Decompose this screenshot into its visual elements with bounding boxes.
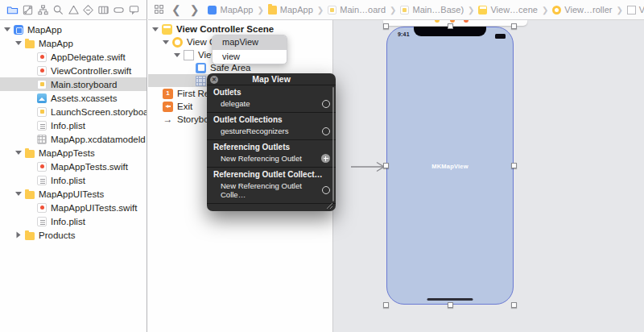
tree-item-file[interactable]: AppDelegate.swift (0, 50, 147, 64)
resize-handle-bottom-right[interactable] (511, 302, 517, 308)
connection-add-icon[interactable] (321, 154, 330, 163)
disclosure-triangle[interactable] (163, 40, 169, 44)
storyboard-file-icon (37, 107, 47, 117)
tree-item-project[interactable]: MapApp (0, 23, 147, 36)
resize-handle-bottom-middle[interactable] (448, 302, 453, 308)
tree-item-file[interactable]: Info.plist (0, 173, 147, 187)
back-button[interactable]: ❮ (171, 4, 181, 15)
disclosure-triangle[interactable] (15, 151, 22, 155)
outline-row-scene[interactable]: View Controller Scene (148, 23, 332, 35)
hud-section-outlets: Outlets delegate (207, 85, 336, 113)
hud-scrollbar[interactable] (332, 87, 334, 201)
tree-item-file[interactable]: LaunchScreen.storyboard (0, 105, 147, 118)
tree-item-file[interactable]: Info.plist (0, 214, 147, 228)
debug-navigator-icon[interactable] (97, 4, 109, 16)
status-bar-battery-icon (495, 34, 506, 39)
storyboard-file-icon (328, 6, 336, 15)
resize-handle-top-middle[interactable] (448, 23, 453, 29)
exit-dock-icon[interactable] (464, 20, 469, 23)
disclosure-triangle[interactable] (4, 27, 10, 31)
connection-circle-icon[interactable] (322, 100, 330, 108)
tree-item-file[interactable]: Assets.xcassets (0, 91, 147, 105)
breadcrumb-separator: ❯ (616, 6, 622, 15)
view-controller-dock-icon[interactable] (435, 20, 440, 23)
report-navigator-icon[interactable] (128, 4, 140, 16)
disclosure-triangle[interactable] (152, 27, 159, 31)
editor-jump-bar: ❮ ❯ MapApp ❯ MapApp ❯ Main…oard ❯ Main…B… (148, 0, 644, 20)
breadcrumb-view[interactable]: View (627, 5, 644, 15)
tree-item-file[interactable]: MapAppUITests.swift (0, 201, 147, 214)
hud-item-new-referencing-outlet-collection[interactable]: New Referencing Outlet Colle… (207, 181, 336, 201)
first-responder-dock-icon[interactable] (450, 20, 455, 23)
interface-builder-canvas[interactable]: 9:41 MKMapView (332, 20, 644, 332)
breadcrumb-storyboard-base[interactable]: Main…Base) (400, 5, 464, 15)
view-controller-icon (172, 37, 183, 48)
folder-icon (25, 40, 35, 48)
breadcrumb-view-controller[interactable]: View…roller (552, 5, 612, 15)
breakpoint-navigator-icon[interactable] (113, 4, 125, 16)
core-data-model-icon (37, 135, 47, 144)
folder-icon (25, 191, 35, 199)
disclosure-triangle[interactable] (15, 192, 22, 196)
resize-handle-bottom-left[interactable] (383, 302, 389, 308)
disclosure-triangle[interactable] (15, 41, 22, 45)
hud-section-header: Outlet Collections (207, 113, 336, 126)
connection-circle-icon[interactable] (322, 186, 330, 194)
tree-item-group[interactable]: MapAppUITests (0, 187, 147, 201)
resize-grip-icon[interactable] (326, 202, 333, 210)
storyboard-file-icon (400, 6, 409, 15)
breadcrumb-separator: ❯ (542, 6, 548, 15)
hud-item-delegate[interactable]: delegate (207, 98, 336, 110)
tree-item-group[interactable]: MapApp (0, 36, 147, 50)
tree-item-file-selected[interactable]: Main.storyboard (0, 77, 147, 91)
test-navigator-icon[interactable] (82, 4, 94, 16)
resize-handle-middle-left[interactable] (383, 163, 389, 168)
forward-button[interactable]: ❯ (190, 4, 200, 15)
resize-handle-top-right[interactable] (511, 23, 517, 29)
tree-item-file[interactable]: MapAppTests.swift (0, 160, 147, 173)
project-navigator-icon[interactable] (6, 4, 19, 16)
hud-item-gesture-recognizers[interactable]: gestureRecognizers (207, 126, 336, 138)
view-icon (627, 6, 636, 15)
tree-item-file[interactable]: ViewController.swift (0, 64, 147, 77)
breadcrumb-scene[interactable]: View…cene (478, 5, 538, 15)
source-control-navigator-icon[interactable] (22, 4, 34, 16)
resize-handle-middle-right[interactable] (511, 163, 517, 168)
tree-item-file[interactable]: MapApp.xcdatamodeld (0, 132, 147, 146)
breadcrumb-separator: ❯ (390, 6, 396, 15)
breadcrumb-separator: ❯ (257, 6, 263, 15)
plist-file-icon (37, 121, 47, 131)
scene-icon (162, 24, 172, 35)
project-file-icon (208, 6, 217, 15)
tree-item-file[interactable]: Info.plist (0, 118, 147, 132)
resize-handle-top-left[interactable] (383, 23, 389, 29)
breadcrumb-storyboard[interactable]: Main…oard (328, 5, 386, 15)
disclosure-triangle[interactable] (174, 53, 180, 57)
find-navigator-icon[interactable] (52, 4, 64, 16)
symbol-navigator-icon[interactable] (37, 4, 49, 16)
issue-navigator-icon[interactable] (68, 4, 80, 16)
outlet-completion-popup: mapView view (212, 35, 287, 64)
related-items-icon[interactable] (154, 4, 164, 16)
completion-item-mapview[interactable]: mapView (213, 35, 287, 50)
close-icon[interactable]: ✕ (210, 76, 218, 84)
hud-item-new-referencing-outlet[interactable]: New Referencing Outlet (207, 153, 336, 165)
project-navigator: MapApp MapApp AppDelegate.swift ViewCont… (0, 20, 147, 332)
breadcrumb-project[interactable]: MapApp (208, 5, 253, 15)
hud-header: ✕ Map View (207, 73, 336, 85)
disclosure-triangle[interactable] (17, 232, 21, 239)
hud-section-header: Referencing Outlets (207, 140, 336, 153)
tree-item-group[interactable]: Products (0, 228, 147, 242)
scene-dock[interactable] (383, 20, 527, 26)
plist-file-icon (37, 176, 47, 185)
first-responder-icon (163, 89, 173, 99)
folder-icon (25, 232, 35, 240)
breadcrumb-group[interactable]: MapApp (268, 5, 313, 15)
connection-circle-icon[interactable] (322, 127, 330, 135)
folder-icon (25, 150, 35, 158)
plist-file-icon (37, 217, 47, 226)
completion-item-view[interactable]: view (213, 50, 287, 64)
tree-item-group[interactable]: MapAppTests (0, 146, 147, 160)
storyboard-file-icon (37, 80, 47, 89)
view-controller-device-frame[interactable]: 9:41 MKMapView (386, 27, 514, 305)
